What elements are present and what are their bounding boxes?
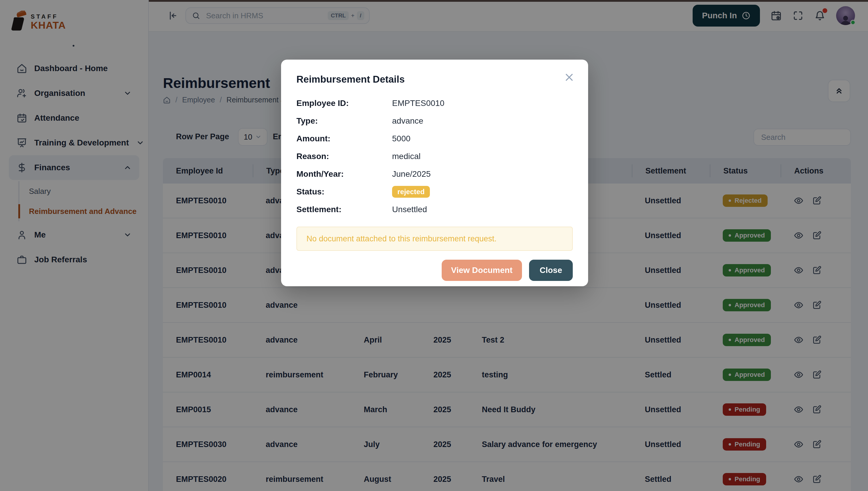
reimbursement-details-modal: Reimbursement Details Employee ID: EMPTE… bbox=[281, 60, 588, 286]
no-document-warning: No document attached to this reimburseme… bbox=[297, 227, 573, 251]
field-value: June/2025 bbox=[392, 169, 431, 179]
modal-title: Reimbursement Details bbox=[297, 74, 573, 85]
close-icon[interactable] bbox=[563, 71, 575, 83]
field-label: Month/Year: bbox=[297, 169, 392, 179]
field-label: Amount: bbox=[297, 134, 392, 143]
field-value: Unsettled bbox=[392, 205, 427, 214]
app-root: STAFF KHATA Dashboard - Home Organisatio… bbox=[0, 0, 868, 491]
field-type: Type: advance bbox=[297, 112, 573, 130]
modal-footer: View Document Close bbox=[297, 260, 573, 281]
field-employee-id: Employee ID: EMPTES0010 bbox=[297, 94, 573, 112]
close-button[interactable]: Close bbox=[529, 260, 573, 281]
field-label: Type: bbox=[297, 116, 392, 126]
field-value: medical bbox=[392, 152, 420, 161]
field-month-year: Month/Year: June/2025 bbox=[297, 165, 573, 183]
field-value: 5000 bbox=[392, 134, 410, 143]
field-label: Settlement: bbox=[297, 205, 392, 214]
field-settlement: Settlement: Unsettled bbox=[297, 201, 573, 219]
field-reason: Reason: medical bbox=[297, 148, 573, 165]
field-label: Employee ID: bbox=[297, 98, 392, 108]
field-label: Status: bbox=[297, 187, 392, 197]
field-label: Reason: bbox=[297, 152, 392, 161]
field-value: EMPTES0010 bbox=[392, 98, 444, 108]
field-status: Status: rejected bbox=[297, 183, 573, 201]
field-value: advance bbox=[392, 116, 423, 126]
modal-status-badge: rejected bbox=[392, 186, 430, 198]
field-amount: Amount: 5000 bbox=[297, 130, 573, 148]
view-document-button[interactable]: View Document bbox=[442, 260, 522, 281]
